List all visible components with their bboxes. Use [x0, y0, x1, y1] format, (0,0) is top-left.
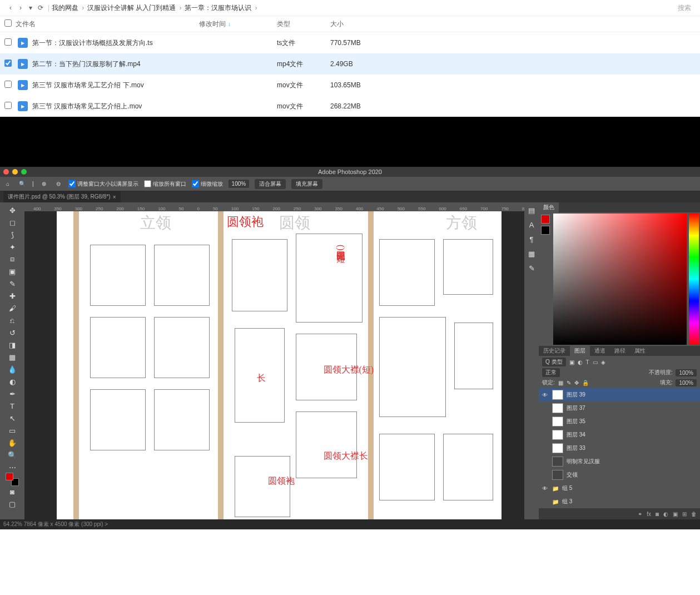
dodge-tool-icon[interactable]: ◐	[7, 376, 18, 387]
pen-tool-icon[interactable]: ✒	[7, 388, 18, 399]
layer-row[interactable]: 交领	[539, 468, 700, 482]
resize-fit-checkbox[interactable]: 调整窗口大小以满屏显示	[68, 180, 138, 188]
quickmask-icon[interactable]: ◙	[7, 486, 18, 497]
tab-color[interactable]: 颜色	[539, 202, 559, 212]
close-icon[interactable]: ×	[113, 194, 116, 200]
fill-screen-button[interactable]: 填充屏幕	[291, 179, 322, 189]
tab-图层[interactable]: 图层	[570, 346, 590, 356]
layer-row[interactable]: 图层 37	[539, 401, 700, 415]
edit-toolbar-icon[interactable]: ⋯	[7, 462, 18, 473]
eyedropper-tool-icon[interactable]: ✎	[7, 278, 18, 289]
fg-bg-swatch[interactable]	[1, 474, 23, 485]
paragraph-icon[interactable]: ¶	[526, 234, 537, 245]
scrubby-zoom-checkbox[interactable]: 细微缩放	[192, 180, 223, 188]
lock-position-icon[interactable]: ✥	[574, 380, 579, 386]
zoom-all-checkbox[interactable]: 缩放所有窗口	[144, 180, 186, 188]
swatches-icon[interactable]: ▦	[526, 248, 537, 259]
layer-row[interactable]: 👁📁组 5	[539, 482, 700, 495]
delete-layer-icon[interactable]: 🗑	[691, 511, 697, 517]
color-picker-square[interactable]	[553, 214, 687, 345]
zoom-out-icon[interactable]: ⊖	[54, 180, 63, 189]
heal-tool-icon[interactable]: ✚	[7, 290, 18, 301]
document-tab[interactable]: 课件图片.psd @ 50.3% (图层 39, RG8/8*)×	[3, 191, 121, 202]
layer-mask-icon[interactable]: ◙	[656, 511, 659, 517]
visibility-icon[interactable]: 👁	[541, 392, 549, 398]
select-all-checkbox[interactable]	[4, 19, 12, 27]
column-size[interactable]: 大小	[330, 19, 375, 29]
file-checkbox[interactable]	[4, 102, 12, 109]
layer-row[interactable]: 图层 35	[539, 415, 700, 428]
lock-all-icon[interactable]: 🔒	[582, 380, 589, 386]
zoom-100-button[interactable]: 100%	[229, 180, 250, 188]
brush-tool-icon[interactable]: 🖌	[7, 303, 18, 314]
zoom-tool-icon[interactable]: 🔍	[18, 180, 27, 189]
zoom-in-icon[interactable]: ⊕	[39, 180, 48, 189]
breadcrumb[interactable]: 汉服设计全讲解 从入门到精通	[87, 3, 176, 13]
home-icon[interactable]: ⌂	[3, 180, 12, 189]
nav-back-icon[interactable]: ‹	[6, 4, 16, 12]
lock-transparent-icon[interactable]: ▦	[558, 380, 563, 386]
zoom-tool-icon[interactable]: 🔍	[7, 449, 18, 460]
document-canvas[interactable]: 立领 圆领袍 圆领 方领	[57, 211, 502, 519]
layer-filter-dropdown[interactable]: Q 类型	[542, 358, 566, 366]
visibility-icon[interactable]: 👁	[541, 485, 549, 492]
search-input[interactable]: 搜索	[678, 3, 694, 13]
column-name[interactable]: 文件名	[16, 19, 199, 29]
tab-属性[interactable]: 属性	[630, 346, 650, 356]
eraser-tool-icon[interactable]: ◨	[7, 339, 18, 350]
filter-shape-icon[interactable]: ▭	[593, 359, 598, 365]
fg-color-swatch[interactable]	[541, 215, 550, 224]
filter-type-icon[interactable]: T	[586, 359, 589, 365]
file-row[interactable]: 第一节：汉服设计市场概括及发展方向.tsts文件770.57MB	[0, 32, 700, 53]
opacity-input[interactable]: 100%	[676, 369, 697, 376]
tab-通道[interactable]: 通道	[590, 346, 610, 356]
new-group-icon[interactable]: ▣	[673, 511, 678, 517]
link-layers-icon[interactable]: ⚭	[638, 511, 642, 517]
file-checkbox[interactable]	[4, 81, 12, 88]
file-checkbox[interactable]	[4, 60, 12, 67]
bg-color-swatch[interactable]	[541, 226, 550, 235]
layer-row[interactable]: 图层 33	[539, 442, 700, 455]
nav-dropdown-icon[interactable]: ▾	[26, 4, 36, 12]
character-icon[interactable]: A	[526, 219, 537, 230]
layer-row[interactable]: 图层 34	[539, 428, 700, 442]
file-row[interactable]: 第三节 汉服市场常见工艺介绍 下.movmov文件103.65MB	[0, 75, 700, 96]
history-brush-icon[interactable]: ↺	[7, 327, 18, 338]
hue-slider[interactable]	[689, 214, 699, 345]
window-close-button[interactable]	[3, 169, 9, 175]
brushes-icon[interactable]: ✎	[526, 262, 537, 274]
history-icon[interactable]: ▤	[526, 205, 537, 216]
blend-mode-dropdown[interactable]: 正常	[542, 368, 560, 377]
lasso-tool-icon[interactable]: ⟆	[7, 229, 18, 240]
type-tool-icon[interactable]: T	[7, 400, 18, 411]
fit-screen-button[interactable]: 适合屏幕	[255, 179, 286, 189]
file-row[interactable]: 第二节：当下热门汉服形制了解.mp4mp4文件2.49GB	[0, 53, 700, 75]
shape-tool-icon[interactable]: ▭	[7, 425, 18, 436]
layer-row[interactable]: 明制常见汉服	[539, 455, 700, 468]
filter-adjust-icon[interactable]: ◐	[578, 359, 583, 365]
hand-tool-icon[interactable]: ✋	[7, 437, 18, 448]
gradient-tool-icon[interactable]: ▦	[7, 351, 18, 363]
path-tool-icon[interactable]: ↖	[7, 413, 18, 424]
window-maximize-button[interactable]	[21, 169, 27, 175]
new-layer-icon[interactable]: ⊞	[682, 511, 687, 517]
filter-pixel-icon[interactable]: ▣	[569, 359, 574, 365]
fill-input[interactable]: 100%	[676, 379, 697, 386]
filter-smart-icon[interactable]: ◈	[601, 359, 605, 365]
adjustment-layer-icon[interactable]: ◐	[663, 511, 668, 517]
window-minimize-button[interactable]	[12, 169, 18, 175]
breadcrumb[interactable]: 我的网盘	[52, 3, 78, 13]
tab-历史记录[interactable]: 历史记录	[539, 346, 570, 356]
breadcrumb[interactable]: 第一章：汉服市场认识	[185, 3, 251, 13]
marquee-tool-icon[interactable]: ◻	[7, 217, 18, 228]
blur-tool-icon[interactable]: 💧	[7, 364, 18, 375]
tab-路径[interactable]: 路径	[610, 346, 630, 356]
crop-tool-icon[interactable]: ⧈	[7, 254, 18, 265]
column-time[interactable]: 修改时间↓	[199, 19, 277, 29]
nav-refresh-icon[interactable]: ⟳	[36, 4, 46, 12]
column-type[interactable]: 类型	[277, 19, 330, 29]
file-checkbox[interactable]	[4, 38, 12, 46]
stamp-tool-icon[interactable]: ⎌	[7, 315, 18, 326]
layer-row[interactable]: 📁组 3	[539, 495, 700, 508]
canvas-area[interactable]: 4003503002502001501005005010015020025030…	[24, 202, 524, 519]
